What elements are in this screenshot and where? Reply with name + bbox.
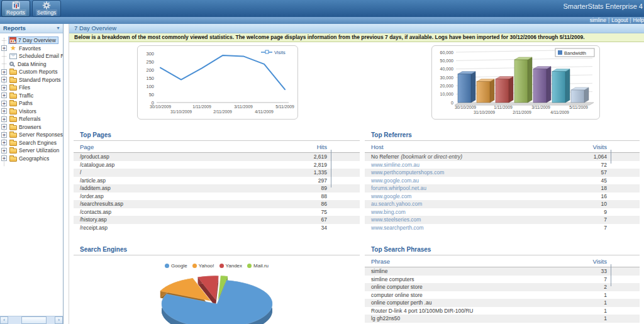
tree-item-body: Data Mining [8, 60, 48, 68]
row-link[interactable]: www.steelseries.com [371, 216, 575, 223]
svg-text:300: 300 [146, 51, 154, 57]
scroll-right-arrow-icon[interactable]: › [55, 316, 63, 324]
sidebar-item-label: Browsers [19, 124, 41, 130]
chevron-down-icon: ▼ [56, 24, 60, 33]
row-link[interactable]: www.google.com.au [371, 177, 575, 184]
table-row: /article.asp297 [74, 177, 360, 185]
sidebar-item-label: Scheduled Email Reports [19, 53, 63, 59]
expand-plus-icon[interactable]: + [1, 124, 7, 130]
visits-line-chart-panel: 05010015020025030030/10/200931/10/20091/… [137, 45, 298, 120]
expand-plus-icon[interactable]: + [1, 45, 7, 51]
sidebar-item-browsers[interactable]: +Browsers [0, 123, 63, 131]
tree-branch-line [1, 61, 7, 67]
sidebar-item-custom-reports[interactable]: +Custom Reports [0, 68, 63, 76]
svg-text:100: 100 [146, 84, 154, 89]
sidebar-item-referrals[interactable]: +Referrals [0, 115, 63, 123]
svg-text:60,000: 60,000 [440, 50, 454, 55]
expand-plus-icon[interactable]: + [1, 108, 7, 114]
data-mining-icon [9, 62, 14, 66]
table-row: lg gh22ns501 [365, 315, 640, 323]
sidebar-item-scheduled-email-reports[interactable]: Scheduled Email Reports [0, 52, 63, 60]
expand-plus-icon[interactable]: + [1, 69, 7, 75]
expand-plus-icon[interactable]: + [1, 92, 7, 98]
svg-text:250: 250 [146, 59, 154, 65]
visits-line-chart: 05010015020025030030/10/200931/10/20091/… [138, 46, 297, 119]
folder-icon [9, 117, 17, 122]
row-label: /receipt.asp [80, 225, 296, 231]
table-row: /1,335 [74, 169, 360, 177]
scrollbar-thumb[interactable] [21, 316, 47, 324]
sidebar-item-server-utilization[interactable]: +Server Utilization [0, 147, 63, 155]
svg-text:4/11/2009: 4/11/2009 [550, 110, 569, 115]
scroll-left-arrow-icon[interactable]: ‹ [0, 316, 8, 324]
row-value: 10 [575, 201, 607, 207]
svg-text:40,000: 40,000 [440, 67, 454, 71]
row-label: /article.asp [80, 177, 296, 184]
top-bar: Reports Settings SmarterStats Ente [0, 0, 644, 17]
gear-icon [42, 1, 52, 9]
row-link[interactable]: www.simline.com.au [371, 162, 575, 168]
legend-item: Yandex [219, 263, 243, 269]
sidebar-item-server-responses[interactable]: +Server Responses [0, 131, 63, 139]
expand-plus-icon[interactable]: + [1, 132, 7, 138]
expand-plus-icon[interactable]: + [1, 140, 7, 145]
sidebar-header[interactable]: Reports ▼ [0, 24, 63, 33]
sidebar-item-geographics[interactable]: +Geographics [0, 155, 63, 163]
calendar-report-icon [9, 37, 16, 43]
row-label: simline computers [371, 276, 575, 282]
sidebar-splitter[interactable] [64, 24, 69, 324]
expand-plus-icon[interactable]: + [1, 148, 7, 154]
row-link[interactable]: www.google.com [371, 193, 575, 199]
scrollbar-track[interactable] [8, 316, 55, 324]
value-bar [611, 150, 611, 164]
app-title: SmarterStats Enterprise 4 [563, 3, 643, 10]
svg-text:Visits: Visits [274, 50, 286, 55]
row-label: Router D-link 4 port 10/100Mb DIR-100/RU [371, 308, 575, 314]
row-value: 7 [575, 225, 607, 231]
expand-plus-icon[interactable]: + [1, 77, 7, 82]
row-value: 7 [575, 276, 607, 282]
table-row: www.searchperth.com7 [365, 224, 640, 232]
row-link[interactable]: forums.whirlpool.net.au [371, 185, 575, 191]
row-link[interactable]: au.search.yahoo.com [371, 201, 575, 207]
row-label-note: (bookmark or direct-entry) [401, 154, 462, 160]
email-report-icon [9, 53, 17, 59]
row-label: No Referrer(bookmark or direct-entry) [371, 154, 575, 160]
row-bar-cell [327, 174, 360, 187]
sidebar-item-7-day-overview[interactable]: 7 Day Overview [0, 36, 63, 45]
sidebar-item-files[interactable]: +Files [0, 84, 63, 92]
sidebar-item-traffic[interactable]: +Traffic [0, 92, 63, 100]
tree-item-body: 7 Day Overview [8, 36, 58, 44]
sidebar-item-data-mining[interactable]: Data Mining [0, 60, 63, 69]
username-link[interactable]: simline [590, 17, 606, 23]
sidebar-item-label: Favorites [19, 45, 41, 52]
expand-plus-icon[interactable]: + [1, 85, 7, 91]
expand-plus-icon[interactable]: + [1, 116, 7, 122]
main-tabs: Reports Settings [1, 0, 61, 17]
tree-item-body: Traffic [8, 92, 36, 99]
sidebar-item-search-engines[interactable]: +Search Engines [0, 139, 63, 147]
help-link[interactable]: Help [633, 17, 644, 23]
sidebar-item-label: Traffic [19, 92, 33, 99]
folder-icon [9, 94, 17, 99]
sidebar-item-favorites[interactable]: +Favorites [0, 45, 63, 53]
table-row: www.perthcomputershops.com57 [365, 169, 640, 177]
sidebar-item-paths[interactable]: +Paths [0, 99, 63, 108]
legend-item: Google [165, 263, 187, 269]
sidebar-horizontal-scrollbar[interactable]: ‹ › [0, 316, 63, 324]
tree-item-body: Server Utilization [8, 147, 62, 154]
row-link[interactable]: www.perthcomputershops.com [371, 169, 575, 176]
folder-icon [9, 148, 17, 154]
tab-settings[interactable]: Settings [32, 0, 61, 17]
sidebar-item-standard-reports[interactable]: +Standard Reports [0, 76, 63, 84]
row-link[interactable]: www.bing.com [371, 209, 575, 215]
tab-reports[interactable]: Reports [1, 0, 30, 17]
row-link[interactable]: www.searchperth.com [371, 225, 575, 231]
sidebar-item-visitors[interactable]: +Visitors [0, 108, 63, 116]
logout-link[interactable]: Logout [611, 17, 628, 23]
row-value: 1,335 [296, 169, 327, 176]
expand-plus-icon[interactable]: + [1, 101, 7, 106]
sidebar-tree: 7 Day Overview+FavoritesScheduled Email … [0, 34, 63, 315]
table-row: www.steelseries.com7 [365, 216, 640, 224]
expand-plus-icon[interactable]: + [1, 155, 7, 161]
